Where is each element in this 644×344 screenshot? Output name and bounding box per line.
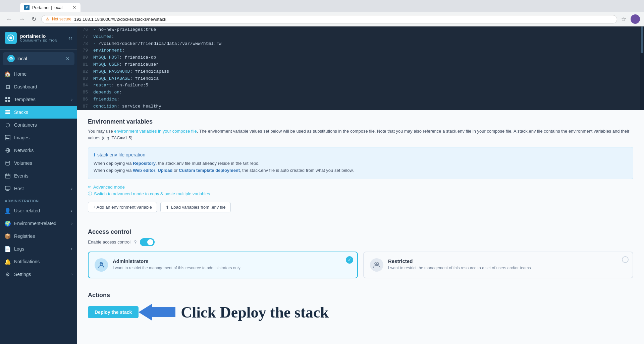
- line-code: volumes:: [93, 33, 644, 41]
- stack-env-info-box: ℹ stack.env file operation When deployin…: [88, 147, 633, 179]
- sidebar-item-events[interactable]: Events: [0, 169, 77, 182]
- restricted-card-radio-icon: [622, 256, 629, 263]
- svg-point-27: [377, 263, 379, 265]
- svg-rect-5: [8, 97, 10, 99]
- sidebar-nav: 🏠 Home ⊞ Dashboard Templates › Stacks: [0, 68, 77, 344]
- sidebar-item-dashboard[interactable]: ⊞ Dashboard: [0, 80, 77, 93]
- bookmark-button[interactable]: ☆: [620, 14, 628, 24]
- line-number: 79: [77, 47, 93, 54]
- code-line: 87 condition: service_healthy: [77, 103, 644, 110]
- code-line: 85 depends_on:: [77, 89, 644, 96]
- access-control-toggle-row: Enable access control ?: [88, 238, 633, 246]
- env-close-icon[interactable]: ✕: [66, 56, 70, 61]
- info-box-title-text: stack.env file operation: [97, 152, 145, 157]
- sidebar-item-host[interactable]: Host ›: [0, 182, 77, 195]
- access-control-section: Access control Enable access control ?: [77, 228, 644, 286]
- sidebar-item-user-related[interactable]: 👤 User-related ›: [0, 204, 77, 217]
- logs-chevron-icon: ›: [71, 247, 72, 251]
- containers-icon: ⬡: [5, 122, 11, 128]
- advanced-mode-label: Advanced mode: [93, 185, 125, 190]
- sidebar-item-stacks-label: Stacks: [14, 110, 28, 115]
- sidebar-item-home[interactable]: 🏠 Home: [0, 68, 77, 80]
- svg-point-3: [11, 58, 12, 59]
- line-code: MYSQL_DATABASE: friendica: [93, 75, 644, 82]
- access-control-toggle-label: Enable access control: [88, 239, 130, 245]
- logo-subtitle: COMMUNITY EDITION: [20, 39, 57, 42]
- load-env-vars-button[interactable]: ⬆ Load variables from .env file: [160, 202, 231, 212]
- restricted-card-title: Restricted: [388, 258, 531, 264]
- line-number: 87: [77, 103, 93, 110]
- sidebar-item-events-label: Events: [14, 173, 29, 179]
- env-variables-section: Environment variables You may use enviro…: [77, 110, 644, 228]
- sidebar-item-home-label: Home: [14, 71, 26, 77]
- tab-close-icon[interactable]: ✕: [72, 5, 76, 10]
- line-code: condition: service_healthy: [93, 103, 644, 110]
- code-editor: 76 - no-new-privileges:true77 volumes:78…: [77, 26, 644, 110]
- sidebar-item-images[interactable]: Images: [0, 131, 77, 144]
- scrollbar-track[interactable]: [640, 26, 644, 110]
- actions-section: Actions Deploy the stack Click Deploy th…: [77, 286, 644, 332]
- svg-rect-6: [5, 100, 7, 102]
- line-code: MYSQL_HOST: friendica-db: [93, 54, 644, 61]
- browser-chrome: P Portainer | local ✕ ← → ↻ ⚠ Not secure…: [0, 0, 644, 26]
- environment-related-icon: 🌍: [5, 220, 11, 226]
- environment-selector[interactable]: local ✕: [3, 52, 74, 65]
- sidebar-item-volumes[interactable]: Volumes: [0, 157, 77, 169]
- sidebar-item-networks[interactable]: Networks: [0, 144, 77, 157]
- env-section-title: Environment variables: [88, 118, 633, 125]
- settings-chevron-icon: ›: [71, 272, 72, 277]
- back-button[interactable]: ←: [4, 14, 14, 24]
- line-number: 78: [77, 41, 93, 48]
- administrators-card[interactable]: Administrators I want to restrict the ma…: [88, 252, 358, 278]
- home-icon: 🏠: [5, 71, 11, 77]
- sidebar-item-stacks[interactable]: Stacks: [0, 106, 77, 119]
- advanced-mode-section: ✏ Advanced mode ⓘ Switch to advanced mod…: [88, 185, 633, 197]
- sidebar-item-environment-related[interactable]: 🌍 Environment-related ›: [0, 217, 77, 230]
- browser-tab[interactable]: P Portainer | local ✕: [20, 3, 80, 12]
- advanced-mode-toggle[interactable]: ✏ Advanced mode: [88, 185, 633, 190]
- address-bar[interactable]: ⚠ Not secure 192.168.1.18:9000/#!/2/dock…: [41, 15, 617, 23]
- sidebar-item-templates[interactable]: Templates ›: [0, 93, 77, 106]
- restricted-card[interactable]: Restricted I want to restrict the manage…: [363, 252, 633, 278]
- scrollbar-thumb[interactable]: [641, 26, 643, 53]
- sidebar-item-containers-label: Containers: [14, 122, 37, 128]
- sidebar-collapse-button[interactable]: ‹‹: [68, 35, 72, 42]
- info-box-title: ℹ stack.env file operation: [94, 152, 628, 157]
- logo-title: portainer.io: [20, 33, 57, 39]
- code-line: 84 restart: on-failure:5: [77, 82, 644, 89]
- forward-button[interactable]: →: [17, 14, 27, 24]
- compose-file-link[interactable]: environment variables in your compose fi…: [114, 129, 197, 134]
- repository-bold: Repository: [133, 161, 156, 166]
- events-icon: [5, 173, 11, 179]
- code-line: 81 MYSQL_USER: friendicauser: [77, 61, 644, 68]
- svg-rect-10: [5, 110, 10, 111]
- env-name: local: [17, 56, 66, 61]
- web-editor-bold: Web editor: [133, 168, 155, 173]
- admin-section-label: Administration: [0, 195, 77, 204]
- sidebar-item-registries[interactable]: 📦 Registries: [0, 230, 77, 243]
- upload-bold: Upload: [158, 168, 172, 173]
- actions-title: Actions: [88, 292, 633, 299]
- line-number: 77: [77, 33, 93, 41]
- sidebar-item-notifications[interactable]: 🔔 Notifications: [0, 255, 77, 268]
- svg-rect-8: [5, 113, 10, 114]
- profile-button[interactable]: [631, 14, 640, 24]
- code-line: 77 volumes:: [77, 33, 644, 41]
- reload-button[interactable]: ↻: [30, 14, 39, 24]
- add-env-var-button[interactable]: + Add an environment variable: [88, 202, 157, 212]
- notifications-icon: 🔔: [5, 259, 11, 265]
- sidebar-item-logs[interactable]: 📄 Logs ›: [0, 243, 77, 255]
- deploy-stack-button[interactable]: Deploy the stack: [88, 306, 139, 318]
- sidebar-item-containers[interactable]: ⬡ Containers: [0, 119, 77, 131]
- line-code: MYSQL_USER: friendicauser: [93, 61, 644, 68]
- admin-card-desc: I want to restrict the management of thi…: [113, 265, 240, 271]
- sidebar-item-registries-label: Registries: [14, 233, 35, 239]
- line-number: 83: [77, 75, 93, 82]
- code-line: 86 friendica:: [77, 96, 644, 103]
- access-control-toggle[interactable]: [140, 238, 155, 246]
- svg-point-26: [375, 263, 377, 265]
- sidebar-item-settings[interactable]: ⚙ Settings ›: [0, 268, 77, 281]
- host-icon: [5, 186, 11, 192]
- hint-icon: ⓘ: [88, 191, 92, 197]
- line-number: 76: [77, 26, 93, 33]
